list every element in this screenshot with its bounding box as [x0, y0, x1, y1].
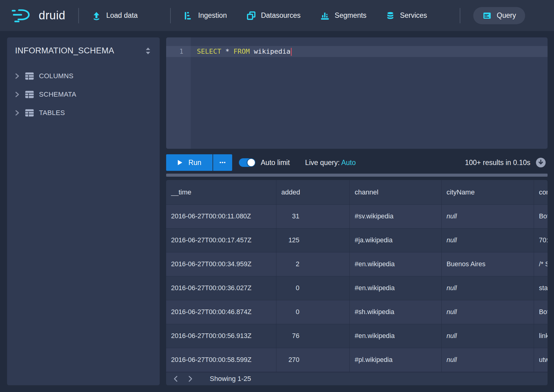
- table-row: 2016-06-27T00:00:17.457Z125#ja.wikipedia…: [166, 229, 548, 252]
- panel-resizer-handle[interactable]: [166, 174, 548, 177]
- results-info: 100+ results in 0.10s: [465, 159, 530, 167]
- table-cell[interactable]: 2016-06-27T00:00:56.913Z: [166, 324, 276, 348]
- table-cell[interactable]: null: [442, 324, 534, 348]
- services-icon: [386, 11, 395, 20]
- table-cell[interactable]: #ja.wikipedia: [350, 229, 442, 252]
- table-cell[interactable]: 2016-06-27T00:00:34.959Z: [166, 252, 276, 276]
- table-cell[interactable]: #sv.wikipedia: [350, 205, 442, 228]
- segments-icon: [320, 11, 330, 20]
- column-header-comment[interactable]: comment: [534, 180, 548, 204]
- nav-item-segments[interactable]: Segments: [320, 11, 367, 20]
- table-cell[interactable]: 0: [276, 300, 350, 324]
- nav-divider: [460, 8, 460, 23]
- chevron-right-icon: [14, 110, 20, 116]
- live-query-label: Live query:: [305, 159, 341, 167]
- table-cell[interactable]: 2016-06-27T00:00:58.599Z: [166, 348, 276, 372]
- table-cell[interactable]: Bot: [534, 300, 548, 324]
- brand[interactable]: druid: [12, 7, 65, 24]
- table-cell[interactable]: 70:: [534, 229, 548, 252]
- table-cell[interactable]: null: [442, 229, 534, 252]
- tree-item-label: SCHEMATA: [39, 90, 76, 98]
- run-button[interactable]: Run: [166, 154, 213, 171]
- table-cell[interactable]: #sh.wikipedia: [350, 300, 442, 324]
- run-bar: Run ••• Auto limit Live query: Auto 100+…: [166, 153, 548, 172]
- nav-item-label: Query: [497, 11, 516, 20]
- nav-item-ingestion[interactable]: Ingestion: [184, 11, 227, 20]
- tree-item-schemata[interactable]: SCHEMATA: [7, 87, 160, 102]
- run-more-button[interactable]: •••: [213, 154, 232, 171]
- table-cell[interactable]: 2: [276, 252, 350, 276]
- nav-item-label: Services: [400, 11, 427, 20]
- results-panel: __timeaddedchannelcityNamecomment 2016-0…: [166, 180, 548, 385]
- code-area[interactable]: SELECT * FROM wikipedia: [191, 37, 548, 149]
- next-page-button[interactable]: [187, 375, 193, 382]
- table-cell[interactable]: 2016-06-27T00:00:17.457Z: [166, 229, 276, 252]
- tree-item-tables[interactable]: TABLES: [7, 105, 160, 121]
- table-row: 2016-06-27T00:00:46.874Z0#sh.wikipedianu…: [166, 300, 548, 324]
- code-line: SELECT * FROM wikipedia: [191, 46, 548, 57]
- tree-item-columns[interactable]: COLUMNS: [7, 68, 160, 84]
- sql-keyword: SELECT: [197, 48, 221, 55]
- table-cell[interactable]: Buenos Aires: [442, 252, 534, 276]
- table-cell[interactable]: #en.wikipedia: [350, 252, 442, 276]
- table-cell[interactable]: utw: [534, 348, 548, 372]
- query-editor[interactable]: 1 SELECT * FROM wikipedia: [166, 37, 548, 149]
- column-header-__time[interactable]: __time: [166, 180, 276, 204]
- nav-item-label: Datasources: [261, 11, 301, 20]
- ingestion-icon: [184, 11, 193, 20]
- table-cell[interactable]: #pl.wikipedia: [350, 348, 442, 372]
- column-header-added[interactable]: added: [276, 180, 350, 204]
- download-icon[interactable]: [535, 157, 546, 168]
- table-cell[interactable]: 2016-06-27T00:00:11.080Z: [166, 205, 276, 228]
- nav-item-label: Ingestion: [198, 11, 227, 20]
- table-cell[interactable]: /* S: [534, 252, 548, 276]
- sql-text: *: [221, 48, 233, 55]
- pagination-status: Showing 1-25: [210, 375, 251, 383]
- nav-item-load-data[interactable]: Load data: [92, 11, 138, 20]
- table-cell[interactable]: 76: [276, 324, 350, 348]
- live-query-value[interactable]: Auto: [341, 159, 356, 167]
- column-header-channel[interactable]: channel: [350, 180, 442, 204]
- nav-divider: [170, 8, 171, 23]
- schema-title: INFORMATION_SCHEMA: [15, 46, 114, 56]
- table-cell[interactable]: 2016-06-27T00:00:36.027Z: [166, 276, 276, 300]
- ellipsis-icon: •••: [220, 159, 226, 166]
- column-header-cityName[interactable]: cityName: [442, 180, 534, 204]
- table-cell[interactable]: null: [442, 276, 534, 300]
- line-number: 1: [166, 46, 191, 57]
- nav-item-services[interactable]: Services: [386, 11, 427, 20]
- table-cell[interactable]: #en.wikipedia: [350, 276, 442, 300]
- results-body: 2016-06-27T00:00:11.080Z31#sv.wikipedian…: [166, 205, 548, 372]
- run-button-label: Run: [188, 159, 201, 167]
- editor-gutter: 1: [166, 37, 191, 149]
- prev-page-button[interactable]: [173, 375, 179, 382]
- table-cell[interactable]: null: [442, 205, 534, 228]
- table-row: 2016-06-27T00:00:58.599Z270#pl.wikipedia…: [166, 348, 548, 372]
- nav-item-label: Load data: [106, 11, 138, 20]
- table-cell[interactable]: 31: [276, 205, 350, 228]
- nav-item-label: Segments: [335, 11, 367, 20]
- auto-limit-toggle[interactable]: [239, 158, 256, 167]
- table-cell[interactable]: Bot: [534, 205, 548, 228]
- table-cell[interactable]: stat: [534, 276, 548, 300]
- nav-item-query[interactable]: Query: [473, 7, 525, 24]
- table-cell[interactable]: #en.wikipedia: [350, 324, 442, 348]
- table-cell[interactable]: 125: [276, 229, 350, 252]
- table-cell[interactable]: 270: [276, 348, 350, 372]
- table-cell[interactable]: link: [534, 324, 548, 348]
- datasources-icon: [247, 11, 256, 20]
- tree-item-label: COLUMNS: [39, 72, 73, 80]
- nav-item-datasources[interactable]: Datasources: [247, 11, 301, 20]
- sql-text: wikipedia: [250, 48, 290, 55]
- table-cell[interactable]: null: [442, 300, 534, 324]
- text-cursor: [291, 48, 292, 56]
- table-row: 2016-06-27T00:00:36.027Z0#en.wikipedianu…: [166, 276, 548, 300]
- table-row: 2016-06-27T00:00:56.913Z76#en.wikipedian…: [166, 324, 548, 348]
- sort-icon[interactable]: [144, 47, 152, 55]
- nav-divider: [78, 8, 79, 23]
- table-cell[interactable]: null: [442, 348, 534, 372]
- table-cell[interactable]: 0: [276, 276, 350, 300]
- play-icon: [177, 159, 183, 166]
- schema-sidebar: INFORMATION_SCHEMA COLUMNS: [7, 37, 160, 385]
- table-cell[interactable]: 2016-06-27T00:00:46.874Z: [166, 300, 276, 324]
